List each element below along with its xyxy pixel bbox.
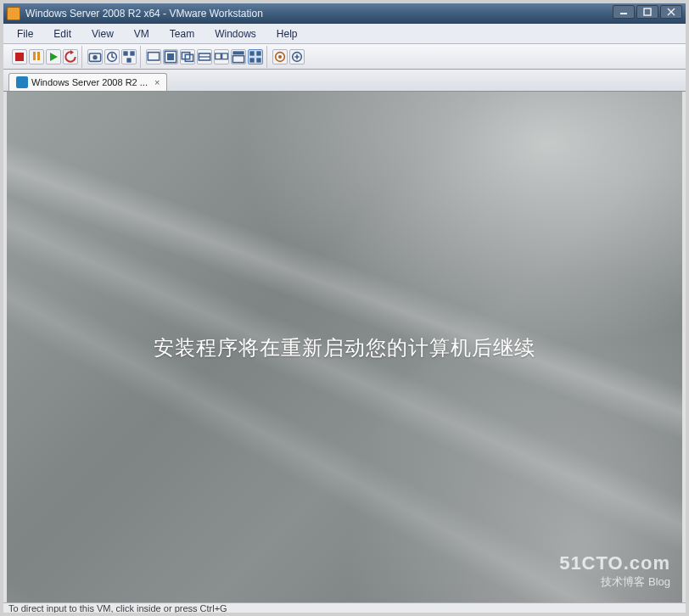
guest-display[interactable]: 安装程序将在重新启动您的计算机后继续 51CTO.com 技术博客 Blog [7, 92, 682, 604]
unity-button[interactable] [197, 49, 212, 64]
svg-rect-8 [130, 51, 134, 55]
multi-monitor-icon [215, 50, 228, 64]
show-tabs-icon [232, 50, 245, 64]
snapshot-take-icon [88, 50, 102, 64]
pause-icon [32, 51, 41, 63]
tab-bar: Windows Server 2008 R2 ... × [3, 70, 686, 92]
show-console-icon [147, 50, 160, 64]
close-button[interactable] [660, 5, 682, 19]
sidebar-icon [273, 50, 287, 64]
minimize-button[interactable] [613, 5, 635, 19]
menu-bar: File Edit View VM Team Windows Help [3, 24, 686, 44]
toolbar-group-snapshot [84, 46, 141, 68]
window-controls [613, 5, 682, 19]
minimize-icon [619, 8, 628, 16]
maximize-icon [643, 8, 652, 16]
thumbnail-icon [249, 50, 262, 64]
svg-rect-1 [644, 8, 651, 15]
menu-file[interactable]: File [8, 25, 42, 42]
svg-rect-22 [256, 51, 260, 55]
svg-rect-9 [126, 58, 131, 62]
vm-tab[interactable]: Windows Server 2008 R2 ... × [8, 73, 167, 91]
pause-button[interactable] [29, 49, 44, 64]
svg-rect-10 [148, 52, 159, 59]
play-button[interactable] [46, 49, 61, 64]
multi-monitor-button[interactable] [214, 49, 229, 64]
reset-button[interactable] [63, 49, 78, 64]
snapshot-manager-button[interactable] [121, 49, 137, 64]
menu-view[interactable]: View [83, 25, 122, 42]
full-screen-button[interactable] [163, 49, 178, 64]
full-screen-icon [164, 50, 177, 64]
svg-rect-20 [232, 55, 244, 62]
summary-icon [290, 50, 304, 64]
vm-tab-icon [16, 76, 28, 88]
summary-button[interactable] [289, 49, 305, 64]
snapshot-take-button[interactable] [87, 49, 103, 64]
toolbar-group-misc [269, 46, 308, 68]
close-icon [667, 8, 675, 16]
svg-rect-24 [256, 58, 260, 62]
window-title: Windows Server 2008 R2 x64 - VMware Work… [25, 8, 263, 20]
show-console-button[interactable] [146, 49, 161, 64]
svg-point-5 [92, 55, 97, 59]
menu-edit[interactable]: Edit [45, 25, 80, 42]
thumbnail-button[interactable] [248, 49, 263, 64]
stop-icon [15, 53, 24, 61]
snapshot-manager-icon [122, 50, 136, 64]
tab-close-button[interactable]: × [154, 77, 160, 87]
svg-rect-23 [249, 58, 254, 62]
install-message: 安装程序将在重新启动您的计算机后继续 [154, 334, 535, 361]
app-icon [7, 7, 20, 20]
snapshot-revert-icon [105, 50, 119, 64]
svg-point-26 [278, 55, 282, 59]
status-text: To direct input to this VM, click inside… [8, 603, 227, 613]
svg-rect-17 [216, 53, 221, 59]
snapshot-revert-button[interactable] [104, 49, 120, 64]
svg-rect-21 [249, 51, 254, 55]
toolbar-group-power [8, 46, 82, 68]
show-tabs-button[interactable] [231, 49, 246, 64]
menu-team[interactable]: Team [161, 25, 203, 42]
svg-rect-7 [123, 51, 127, 55]
stop-button[interactable] [12, 49, 27, 64]
toolbar [3, 44, 686, 70]
quick-switch-button[interactable] [180, 49, 195, 64]
menu-help[interactable]: Help [268, 25, 306, 42]
menu-windows[interactable]: Windows [206, 25, 265, 42]
svg-rect-12 [167, 53, 174, 60]
status-bar: To direct input to this VM, click inside… [3, 602, 686, 613]
maximize-button[interactable] [636, 5, 658, 19]
svg-rect-18 [222, 53, 228, 59]
sidebar-button[interactable] [272, 49, 288, 64]
menu-vm[interactable]: VM [126, 25, 158, 42]
window-titlebar: Windows Server 2008 R2 x64 - VMware Work… [3, 3, 686, 24]
unity-icon [198, 50, 211, 64]
toolbar-group-view [143, 46, 267, 68]
reset-icon [64, 50, 77, 64]
vm-tab-label: Windows Server 2008 R2 ... [31, 77, 148, 87]
play-icon [50, 53, 58, 61]
quick-switch-icon [181, 50, 194, 64]
svg-rect-19 [232, 51, 244, 54]
